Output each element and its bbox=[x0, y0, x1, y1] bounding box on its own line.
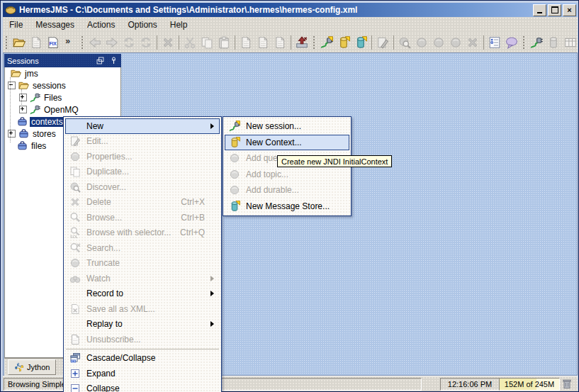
toolbar-separator bbox=[235, 35, 235, 50]
tree-item-files[interactable]: Files bbox=[5, 91, 120, 103]
context-menu-item-cascade-collapse[interactable]: Cascade/Collapse bbox=[64, 351, 220, 366]
tree-item-openmq[interactable]: OpenMQ bbox=[5, 103, 120, 116]
tree-guide bbox=[10, 77, 11, 142]
cyl-teal-new-icon bbox=[229, 201, 241, 212]
tree-item-jms[interactable]: jms bbox=[5, 67, 120, 79]
export-messages-button[interactable] bbox=[293, 34, 310, 51]
context-menu-item-expand[interactable]: Expand bbox=[64, 366, 220, 381]
tree-item-sessions[interactable]: sessions bbox=[5, 79, 120, 91]
maximize-button[interactable] bbox=[548, 4, 561, 16]
watch-session-button[interactable] bbox=[528, 34, 545, 51]
menu-item-label: Expand bbox=[86, 369, 116, 379]
menubar-item-file[interactable]: File bbox=[3, 18, 29, 31]
doc-x-icon bbox=[69, 303, 81, 315]
context-menu-item-discover[interactable]: Discover... bbox=[64, 179, 220, 195]
menu-item-shortcut: Ctrl+Q bbox=[180, 228, 210, 237]
tab-jython-label: Jython bbox=[27, 363, 50, 371]
submenu-item-new-message-store[interactable]: New Message Store... bbox=[224, 198, 350, 215]
submenu-arrow-icon bbox=[210, 291, 217, 296]
submenu-arrow-icon bbox=[210, 321, 217, 327]
close-button[interactable]: × bbox=[563, 4, 576, 16]
new-message-store-button[interactable] bbox=[352, 34, 369, 51]
minus-expander[interactable] bbox=[8, 82, 16, 89]
add-topic-button[interactable] bbox=[430, 34, 447, 51]
memory-gauge[interactable]: 152M of 245M bbox=[499, 378, 560, 391]
fix-messages-button[interactable]: FIX bbox=[45, 34, 62, 51]
context-menu-item-edit[interactable]: Edit... bbox=[64, 134, 220, 150]
circle-mag-icon bbox=[398, 36, 411, 49]
minimize-button[interactable] bbox=[533, 4, 546, 16]
preferences-button[interactable] bbox=[486, 34, 503, 51]
submenu-item-new-context[interactable]: New Context... bbox=[225, 135, 349, 151]
refresh-all-button[interactable] bbox=[137, 34, 154, 51]
context-menu-item-browse-with-selector[interactable]: SQLBrowse with selector...Ctrl+Q bbox=[64, 225, 220, 241]
cut-button[interactable] bbox=[181, 34, 198, 51]
context-menu-item-duplicate[interactable]: Duplicate... bbox=[64, 164, 220, 180]
refresh-button[interactable] bbox=[120, 34, 137, 51]
save-messages-button-3[interactable] bbox=[271, 34, 288, 51]
circle-icon bbox=[432, 36, 445, 49]
submenu-item-add-topic[interactable]: Add topic... bbox=[224, 167, 350, 183]
context-menu-item-new[interactable]: New bbox=[65, 118, 220, 134]
plus-expander[interactable] bbox=[19, 94, 27, 101]
copy-button[interactable] bbox=[198, 34, 215, 51]
paste-button[interactable] bbox=[215, 34, 232, 51]
new-context-button[interactable] bbox=[335, 34, 352, 51]
plus-expander[interactable] bbox=[8, 130, 16, 138]
python-icon bbox=[14, 362, 24, 372]
scissors-icon bbox=[184, 36, 196, 49]
back-button[interactable] bbox=[86, 34, 103, 51]
refresh-icon bbox=[123, 36, 135, 49]
submenu-arrow-icon bbox=[210, 276, 217, 281]
save-config-button[interactable] bbox=[28, 34, 45, 51]
context-menu-item-truncate[interactable]: Truncate bbox=[64, 256, 220, 271]
open-config-button[interactable] bbox=[11, 34, 28, 51]
folder-icon bbox=[11, 68, 21, 79]
toolbar-separator bbox=[291, 35, 291, 50]
delete-button[interactable] bbox=[159, 34, 176, 51]
context-menu-item-record-to[interactable]: Record to bbox=[64, 286, 220, 302]
context-menu-item-replay-to[interactable]: Replay to bbox=[64, 317, 220, 332]
plus-expander[interactable] bbox=[19, 106, 27, 113]
add-durable-button[interactable] bbox=[447, 34, 464, 51]
context-menu-item-delete[interactable]: DeleteCtrl+X bbox=[64, 195, 220, 211]
tab-jython[interactable]: Jython bbox=[8, 359, 56, 375]
delete-destination-button[interactable] bbox=[464, 34, 481, 51]
doc-icon bbox=[30, 36, 43, 49]
forward-button[interactable] bbox=[103, 34, 120, 51]
svg-text:FIX: FIX bbox=[49, 41, 57, 46]
menubar-item-messages[interactable]: Messages bbox=[29, 18, 81, 31]
save-messages-button-2[interactable] bbox=[254, 34, 271, 51]
context-menu-item-collapse[interactable]: Collapse bbox=[64, 381, 220, 392]
float-panel-icon[interactable] bbox=[96, 56, 105, 65]
context-menu-item-search[interactable]: Search... bbox=[64, 240, 220, 256]
messages-balloon-button[interactable] bbox=[503, 34, 520, 51]
discover-button[interactable] bbox=[396, 34, 413, 51]
new-session-button[interactable] bbox=[318, 34, 335, 51]
garbage-collect-button[interactable] bbox=[561, 378, 573, 389]
context-menu-item-browse[interactable]: Browse...Ctrl+B bbox=[64, 210, 220, 225]
menu-item-label: Search... bbox=[86, 243, 120, 253]
toolbar-overflow-chevron[interactable]: » bbox=[62, 34, 79, 51]
menubar-item-options[interactable]: Options bbox=[121, 18, 163, 31]
menu-item-label: New session... bbox=[246, 121, 301, 131]
context-menu-item-watch[interactable]: Watch bbox=[64, 271, 220, 286]
add-queue-button[interactable] bbox=[413, 34, 430, 51]
pin-panel-icon[interactable] bbox=[109, 56, 118, 65]
submenu-item-add-durable[interactable]: Add durable... bbox=[224, 182, 350, 198]
menubar-item-help[interactable]: Help bbox=[164, 18, 194, 31]
edit-session-button[interactable] bbox=[374, 34, 391, 51]
no-icon bbox=[69, 121, 81, 132]
menu-item-shortcut: Ctrl+X bbox=[181, 197, 210, 207]
menubar-item-actions[interactable]: Actions bbox=[81, 18, 121, 31]
copy-icon bbox=[69, 166, 81, 177]
save-messages-button-1[interactable] bbox=[237, 34, 254, 51]
context-menu-item-save-all-as-xml[interactable]: Save all as XML... bbox=[64, 301, 220, 317]
menu-item-label: Cascade/Collapse bbox=[86, 353, 155, 363]
context-menu-item-properties[interactable]: Properties... bbox=[64, 149, 220, 164]
store-grid-button[interactable] bbox=[562, 34, 579, 51]
submenu-item-new-session[interactable]: New session... bbox=[224, 118, 350, 135]
context-menu-item-unsubscribe[interactable]: Unsubscribe... bbox=[64, 332, 220, 347]
toolbar-separator bbox=[371, 35, 372, 50]
message-store-button[interactable] bbox=[545, 34, 562, 51]
